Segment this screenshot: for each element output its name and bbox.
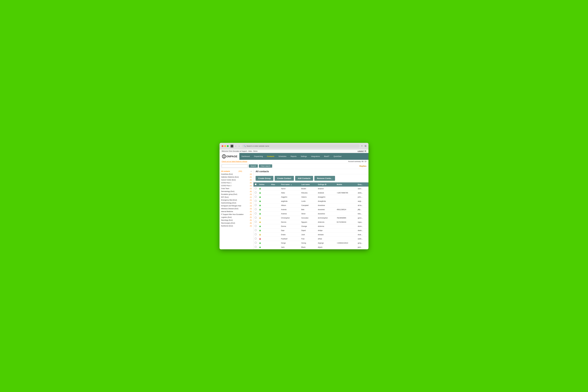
- address-bar[interactable]: 🔍 Search or enter website name: [242, 144, 360, 148]
- sidebar-group-item[interactable]: Immigrant and Refugee Heal(3): [220, 204, 253, 207]
- close-button[interactable]: [222, 145, 224, 147]
- nav-item-integrations[interactable]: Integrations: [309, 154, 322, 159]
- online-status-icon: ♟: [259, 229, 261, 232]
- row-lastname: Kibuuka: [300, 191, 316, 195]
- nav-links: Dashboard Dispatching Contacts Schedules…: [240, 154, 368, 159]
- nav-item-settings[interactable]: Settings: [298, 154, 309, 159]
- logout-link[interactable]: LOGOUT: [358, 150, 364, 152]
- back-button[interactable]: ‹: [235, 145, 237, 148]
- online-status-icon: ♟: [259, 196, 261, 198]
- row-firstname: Jack: [280, 245, 300, 249]
- row-mobile: [336, 199, 356, 203]
- row-onpageid: draaron: [316, 186, 336, 191]
- create-group-button[interactable]: Create Group: [256, 176, 273, 181]
- sidebar-group-item[interactable]: Gastroentology (Escl)(1): [220, 202, 253, 204]
- row-checkbox[interactable]: [255, 221, 256, 223]
- row-checkbox[interactable]: [255, 225, 256, 227]
- row-checkbox-cell: [254, 207, 258, 212]
- sidebar-group-item[interactable]: Emergency Med (Escl)(1): [220, 198, 253, 202]
- row-checkbox[interactable]: [255, 229, 256, 231]
- row-lastname: Fwe: [300, 237, 316, 241]
- nav-item-dashboard[interactable]: Dashboard: [240, 154, 252, 159]
- sidebar-group-item[interactable]: Anesthisia (Escl)(4): [220, 173, 253, 176]
- row-online: ♟: [258, 199, 270, 203]
- clear-search-button[interactable]: Clear search: [259, 164, 272, 168]
- replies-link[interactable]: Replies: [360, 165, 366, 167]
- sidebar-group-item[interactable]: Cancer Center (Escl)(6): [220, 178, 253, 181]
- nav-item-reports[interactable]: Reports: [288, 154, 299, 159]
- row-checkbox[interactable]: [255, 200, 256, 202]
- row-checkbox[interactable]: [255, 204, 256, 206]
- sidebar-group-item[interactable]: Neurosurgery (Escl)(6): [220, 222, 253, 224]
- row-onpageid: drdrake: [316, 232, 336, 237]
- logout-area: LOGOUT ✕: [358, 150, 366, 152]
- row-checkbox-cell: [254, 241, 258, 245]
- sidebar-group-item[interactable]: Dermatology (Escl)(6): [220, 190, 253, 193]
- row-checkbox-cell: [254, 191, 258, 195]
- nav-item-contacts[interactable]: Contacts: [265, 154, 276, 159]
- row-onpageid: drfwe: [316, 237, 336, 241]
- forward-button[interactable]: ›: [238, 145, 240, 148]
- row-email: jiffy...: [356, 207, 368, 212]
- row-checkbox[interactable]: [255, 196, 256, 198]
- nav-item-schedules[interactable]: Schedules: [276, 154, 288, 159]
- row-online: ♟: [258, 207, 270, 212]
- sidebar-group-item[interactable]: Logistics (Escl)(5): [220, 216, 253, 219]
- add-contacts-button[interactable]: Add Contacts: [295, 176, 313, 181]
- sidebar-group-item[interactable]: COVID Floor 2(3): [220, 184, 253, 187]
- sidebar-group-item[interactable]: Neurology (Escl)(5): [220, 219, 253, 222]
- remove-contacts-button[interactable]: Remove Conta...: [314, 176, 335, 181]
- feature-link[interactable]: Check out our latest features release: [222, 160, 247, 162]
- sidebar-group-item[interactable]: ENT (Escl)(1): [220, 196, 253, 198]
- row-online: ♟: [258, 224, 270, 228]
- row-lastname: Campbell: [300, 203, 316, 207]
- nav-item-quickstart[interactable]: QuickStart: [332, 154, 344, 159]
- sidebar-group-item[interactable]: Internal Medicine(5): [220, 210, 253, 213]
- row-online: ♟: [258, 216, 270, 220]
- sidebar-group-item[interactable]: COVID Floor 1(6): [220, 181, 253, 184]
- row-onpageid: draeglinda: [316, 199, 336, 203]
- search-button[interactable]: Search: [249, 164, 258, 168]
- row-checkbox[interactable]: [255, 192, 256, 194]
- row-mobile: [336, 228, 356, 232]
- row-checkbox[interactable]: [255, 238, 256, 240]
- create-contact-button[interactable]: Create Contact: [275, 176, 294, 181]
- col-firstname[interactable]: First name ▲: [280, 182, 300, 186]
- row-checkbox[interactable]: [255, 208, 256, 210]
- row-checkbox-cell: [254, 224, 258, 228]
- group-count: (6): [250, 179, 252, 181]
- minimize-button[interactable]: [224, 145, 226, 147]
- row-mobile: [336, 195, 356, 199]
- nav-item-blastit[interactable]: BlastIT: [322, 154, 331, 159]
- contact-search-input[interactable]: [222, 164, 248, 168]
- row-onpageid: drdonna: [316, 224, 336, 228]
- sidebar-group-item[interactable]: All contacts(350)▲: [220, 170, 253, 173]
- logout-close-icon[interactable]: ✕: [364, 150, 366, 152]
- fullscreen-button[interactable]: [227, 145, 229, 147]
- address-bar-text: Search or enter website name: [246, 145, 269, 147]
- new-tab-icon[interactable]: +: [361, 145, 362, 148]
- row-firstname: Fwefwef: [280, 237, 300, 241]
- col-checkbox: [254, 182, 258, 186]
- sidebar-group-item[interactable]: Infectious Disease (Escl)(3): [220, 207, 253, 210]
- row-checkbox[interactable]: [255, 188, 256, 189]
- sidebar-group-item[interactable]: Crisis Team(1): [220, 187, 253, 190]
- sidebar-group-item[interactable]: Addiction Medicine (Escl)(5): [220, 176, 253, 178]
- row-alias: [270, 207, 280, 212]
- sort-arrow-firstname: ▲: [290, 184, 292, 185]
- row-checkbox[interactable]: [255, 242, 256, 244]
- row-checkbox[interactable]: [255, 217, 256, 218]
- row-alias: [270, 191, 280, 195]
- sidebar-toggle-icon[interactable]: ⬛: [230, 144, 234, 148]
- select-all-checkbox[interactable]: [255, 184, 256, 185]
- sidebar-group-item[interactable]: IT Support After Hour Escalation(5): [220, 213, 253, 216]
- row-checkbox[interactable]: [255, 234, 256, 235]
- row-firstname: Andrew: [280, 212, 300, 216]
- sidebar-group-item[interactable]: Escalation group (Escl)(3): [220, 193, 253, 196]
- copy-icon[interactable]: ⧉: [365, 145, 366, 148]
- row-checkbox[interactable]: [255, 212, 256, 214]
- online-status-icon: ♟: [259, 238, 261, 240]
- row-checkbox[interactable]: [255, 246, 256, 248]
- sidebar-group-item[interactable]: Nutritionist (Escl)(4): [220, 224, 253, 227]
- nav-item-dispatching[interactable]: Dispatching: [252, 154, 265, 159]
